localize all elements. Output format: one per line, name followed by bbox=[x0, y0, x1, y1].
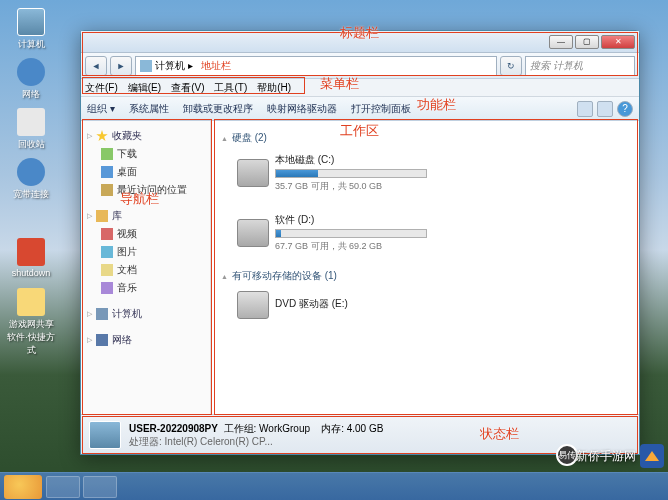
sidebar-item-downloads[interactable]: 下载 bbox=[83, 145, 208, 163]
library-icon bbox=[96, 210, 108, 222]
menubar: 文件(F) 编辑(E) 查看(V) 工具(T) 帮助(H) bbox=[81, 79, 639, 97]
sidebar-item-documents[interactable]: 文档 bbox=[83, 261, 208, 279]
sidebar-libraries-head[interactable]: ▷库 bbox=[83, 207, 208, 225]
menu-tools[interactable]: 工具(T) bbox=[214, 81, 247, 95]
titlebar[interactable]: — ▢ ✕ bbox=[81, 31, 639, 53]
category-hdd[interactable]: ▲硬盘 (2) bbox=[221, 127, 629, 149]
desktop-icon-broadband[interactable]: 宽带连接 bbox=[6, 158, 56, 201]
refresh-button[interactable]: ↻ bbox=[500, 56, 522, 76]
forward-button[interactable]: ► bbox=[110, 56, 132, 76]
task-item[interactable] bbox=[83, 476, 117, 498]
task-item[interactable] bbox=[46, 476, 80, 498]
sidebar-favorites-head[interactable]: ▷收藏夹 bbox=[83, 127, 208, 145]
view-icon[interactable] bbox=[577, 101, 593, 117]
sidebar-item-pictures[interactable]: 图片 bbox=[83, 243, 208, 261]
dvd-icon bbox=[237, 291, 269, 319]
sidebar-item-desktop[interactable]: 桌面 bbox=[83, 163, 208, 181]
tool-controlpanel[interactable]: 打开控制面板 bbox=[351, 102, 411, 116]
explorer-window: — ▢ ✕ ◄ ► 计算机 ▸ 地址栏 ↻ 搜索 计算机 文件(F) 编辑(E)… bbox=[80, 30, 640, 455]
organize-button[interactable]: 组织 ▾ bbox=[87, 102, 115, 116]
tool-uninstall[interactable]: 卸载或更改程序 bbox=[183, 102, 253, 116]
minimize-button[interactable]: — bbox=[549, 35, 573, 49]
search-input[interactable]: 搜索 计算机 bbox=[525, 56, 635, 76]
video-icon bbox=[101, 228, 113, 240]
menu-edit[interactable]: 编辑(E) bbox=[128, 81, 161, 95]
computer-icon bbox=[140, 60, 152, 72]
house-icon bbox=[640, 444, 664, 468]
hdd-icon bbox=[237, 159, 269, 187]
sidebar: ▷收藏夹 下载 桌面 最近访问的位置 ▷库 视频 图片 文档 音乐 ▷计算机 ▷… bbox=[81, 121, 211, 414]
address-annotation: 地址栏 bbox=[201, 59, 231, 73]
menu-file[interactable]: 文件(F) bbox=[85, 81, 118, 95]
menu-help[interactable]: 帮助(H) bbox=[257, 81, 291, 95]
navbar: ◄ ► 计算机 ▸ 地址栏 ↻ 搜索 计算机 bbox=[81, 53, 639, 79]
maximize-button[interactable]: ▢ bbox=[575, 35, 599, 49]
toolbar: 组织 ▾ 系统属性 卸载或更改程序 映射网络驱动器 打开控制面板 ? bbox=[81, 97, 639, 121]
hdd-icon bbox=[237, 219, 269, 247]
close-button[interactable]: ✕ bbox=[601, 35, 635, 49]
start-button[interactable] bbox=[4, 475, 42, 499]
computer-icon bbox=[96, 308, 108, 320]
capacity-bar bbox=[275, 169, 427, 178]
address-bar[interactable]: 计算机 ▸ 地址栏 bbox=[135, 56, 497, 76]
category-removable[interactable]: ▲有可移动存储的设备 (1) bbox=[221, 265, 629, 287]
desktop-icon-shutdown[interactable]: shutdown bbox=[6, 238, 56, 278]
desktop-icon-shortcut[interactable]: 游戏网共享软件·快捷方式 bbox=[6, 288, 56, 357]
sidebar-network-head[interactable]: ▷网络 bbox=[83, 331, 208, 349]
download-icon bbox=[101, 148, 113, 160]
sidebar-item-recent[interactable]: 最近访问的位置 bbox=[83, 181, 208, 199]
drive-c[interactable]: 本地磁盘 (C:) 35.7 GB 可用，共 50.0 GB bbox=[237, 153, 427, 193]
capacity-bar bbox=[275, 229, 427, 238]
music-icon bbox=[101, 282, 113, 294]
breadcrumb[interactable]: 计算机 ▸ bbox=[155, 59, 193, 73]
drive-d[interactable]: 软件 (D:) 67.7 GB 可用，共 69.2 GB bbox=[237, 213, 427, 253]
status-text: USER-20220908PY 工作组: WorkGroup 内存: 4.00 … bbox=[129, 422, 383, 448]
site-watermark: 新侨手游网 bbox=[576, 444, 664, 468]
tool-mapdrive[interactable]: 映射网络驱动器 bbox=[267, 102, 337, 116]
wechat-badge: 易传 bbox=[556, 444, 578, 466]
preview-icon[interactable] bbox=[597, 101, 613, 117]
picture-icon bbox=[101, 246, 113, 258]
desktop-icon-recycle[interactable]: 回收站 bbox=[6, 108, 56, 151]
desktop-icon bbox=[101, 166, 113, 178]
network-icon bbox=[96, 334, 108, 346]
help-icon[interactable]: ? bbox=[617, 101, 633, 117]
computer-icon bbox=[89, 421, 121, 449]
desktop-icon-computer[interactable]: 计算机 bbox=[6, 8, 56, 51]
sidebar-item-videos[interactable]: 视频 bbox=[83, 225, 208, 243]
back-button[interactable]: ◄ bbox=[85, 56, 107, 76]
document-icon bbox=[101, 264, 113, 276]
taskbar[interactable] bbox=[0, 472, 668, 500]
star-icon bbox=[96, 130, 108, 142]
statusbar: USER-20220908PY 工作组: WorkGroup 内存: 4.00 … bbox=[81, 414, 639, 454]
content-area: ▲硬盘 (2) 本地磁盘 (C:) 35.7 GB 可用，共 50.0 GB 软… bbox=[211, 121, 639, 414]
menu-view[interactable]: 查看(V) bbox=[171, 81, 204, 95]
drive-dvd[interactable]: DVD 驱动器 (E:) bbox=[237, 291, 427, 319]
recent-icon bbox=[101, 184, 113, 196]
tool-sysprops[interactable]: 系统属性 bbox=[129, 102, 169, 116]
sidebar-computer-head[interactable]: ▷计算机 bbox=[83, 305, 208, 323]
sidebar-item-music[interactable]: 音乐 bbox=[83, 279, 208, 297]
desktop-icon-network[interactable]: 网络 bbox=[6, 58, 56, 101]
